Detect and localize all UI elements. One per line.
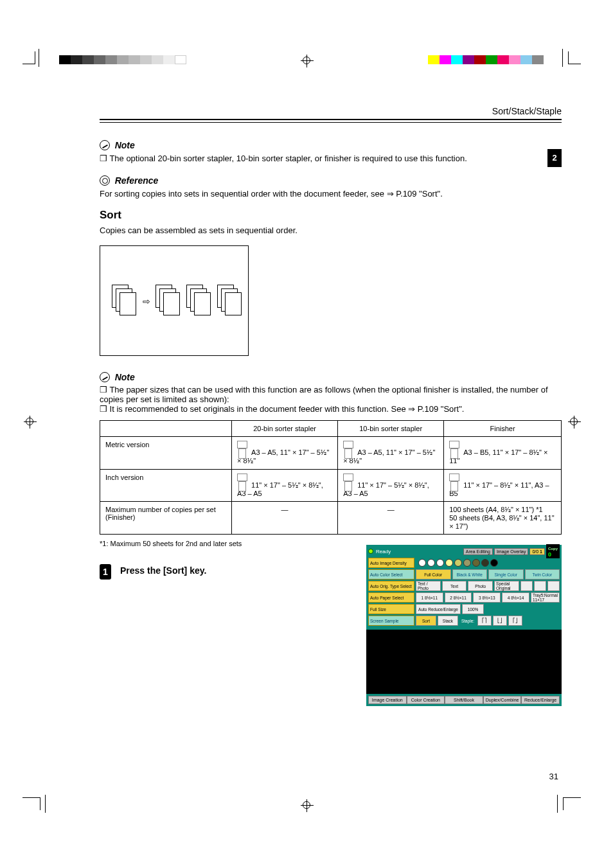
- staple-option-1[interactable]: ⎡⎤: [477, 616, 492, 626]
- tray-2-button[interactable]: 2 8½×11: [445, 592, 472, 603]
- auto-image-density-button[interactable]: Auto Image Density: [368, 558, 414, 568]
- tray-4-button[interactable]: 4 8½×14: [502, 592, 529, 603]
- ready-label: Ready: [376, 549, 462, 554]
- note-block-2: Note ❒ The paper sizes that can be used …: [100, 370, 562, 414]
- section-desc: Copies can be assembled as sets in seque…: [100, 226, 562, 235]
- reference-label: Reference: [115, 175, 159, 186]
- copy-count: Copy0: [546, 544, 560, 558]
- preview-area: [366, 630, 562, 694]
- reference-block: Reference For sorting copies into sets i…: [100, 173, 562, 200]
- shift-book-tab[interactable]: Shift/Book: [445, 696, 483, 704]
- orientation-icon: [343, 474, 353, 488]
- reference-icon: [100, 175, 110, 186]
- section-title: Sort: [100, 209, 562, 222]
- auto-paper-select-button[interactable]: Auto Paper Select: [368, 592, 414, 603]
- reduce-enlarge-tab[interactable]: Reduce/Enlarge: [521, 696, 560, 704]
- auto-color-select-button[interactable]: Auto Color Select: [368, 569, 414, 580]
- row-label: Inch version: [100, 470, 232, 502]
- table-cell: A3 – A5, 11" × 17" – 5¹⁄₂" × 8¹⁄₂": [232, 437, 338, 470]
- area-editing-button[interactable]: Area Editing: [463, 548, 493, 555]
- tray-5-button[interactable]: Tray5:Normal 11×17: [531, 592, 560, 603]
- text-button[interactable]: Text: [442, 581, 467, 591]
- full-size-button[interactable]: Full Size: [368, 604, 414, 614]
- density-scale[interactable]: [416, 558, 501, 568]
- screen-sample-button[interactable]: Screen Sample: [368, 616, 414, 626]
- staple-option-2[interactable]: ⎣⎦: [493, 616, 507, 626]
- step-number-1: 1: [100, 564, 111, 580]
- step-text-1: Press the [Sort] key.: [120, 564, 357, 576]
- note-icon: [100, 372, 110, 382]
- table-cell: 11" × 17" – 8¹⁄₂" × 11", A3 – B5: [444, 470, 562, 502]
- note-text: ❒ The optional 20-bin sorter stapler, 10…: [100, 153, 562, 164]
- tray-3-button[interactable]: 3 8½×13: [473, 592, 501, 603]
- table-cell: —: [338, 502, 444, 535]
- note-label: Note: [115, 140, 135, 150]
- sort-diagram: ⇨: [100, 245, 249, 356]
- row-label: Metric version: [100, 437, 232, 470]
- duplex-combine-tab[interactable]: Duplex/Combine: [483, 696, 522, 704]
- photo-button[interactable]: Photo: [468, 581, 493, 591]
- table-cell: A3 – B5, 11" × 17" – 8¹⁄₂" × 11": [444, 437, 562, 470]
- table-head-1: 20-bin sorter stapler: [232, 421, 338, 437]
- special-original-button[interactable]: Special Original: [494, 581, 519, 591]
- orientation-icon: [449, 441, 459, 455]
- stack-button[interactable]: Stack: [438, 616, 458, 626]
- image-creation-tab[interactable]: Image Creation: [368, 696, 407, 704]
- auto-orig-type-button[interactable]: Auto Orig. Type Select: [368, 581, 414, 591]
- table-cell: 11" × 17" – 5¹⁄₂" × 8¹⁄₂", A3 – A5: [338, 470, 444, 502]
- note-block: Note ❒ The optional 20-bin sorter staple…: [100, 138, 562, 164]
- table-head-3: Finisher: [444, 421, 562, 437]
- reference-text: For sorting copies into sets in sequenti…: [100, 188, 562, 200]
- counter-display: 0/0 1: [529, 548, 545, 555]
- color-calibration-bar: [428, 55, 544, 64]
- paper-size-table: 20-bin sorter stapler 10-bin sorter stap…: [100, 420, 562, 535]
- orientation-icon: [449, 474, 459, 488]
- black-white-button[interactable]: Black & White: [452, 569, 488, 580]
- orientation-icon: [237, 441, 247, 455]
- density-dark-icon[interactable]: [547, 581, 560, 591]
- tray-1-button[interactable]: 1 8½×11: [416, 592, 443, 603]
- auto-reduce-enlarge-button[interactable]: Auto Reduce/Enlarge: [416, 604, 461, 614]
- note-label-2: Note: [115, 372, 135, 382]
- density-mid-icon[interactable]: [534, 581, 546, 591]
- note-text-2: ❒ The paper sizes that can be used with …: [100, 385, 562, 414]
- table-cell: —: [232, 502, 338, 535]
- image-overlay-button[interactable]: Image Overlay: [494, 548, 529, 555]
- grayscale-calibration-bar: [59, 55, 186, 64]
- table-cell: A3 – A5, 11" × 17" – 5¹⁄₂" × 8¹⁄₂": [338, 437, 444, 470]
- ready-indicator-icon: [368, 549, 373, 554]
- table-head-empty: [100, 421, 232, 437]
- zoom-display: 100%: [462, 604, 484, 614]
- table-row: Metric version A3 – A5, 11" × 17" – 5¹⁄₂…: [100, 437, 562, 470]
- row-label: Maximum number of copies per set (Finish…: [100, 502, 232, 535]
- single-color-button[interactable]: Single Color: [488, 569, 524, 580]
- staple-option-3[interactable]: ⎡⎦: [508, 616, 522, 626]
- table-row: Inch version 11" × 17" – 5¹⁄₂" × 8¹⁄₂", …: [100, 470, 562, 502]
- note-icon: [100, 140, 110, 150]
- table-head-2: 10-bin sorter stapler: [338, 421, 444, 437]
- full-color-button[interactable]: Full Color: [416, 569, 451, 580]
- copier-control-panel[interactable]: Ready Area Editing Image Overlay 0/0 1 C…: [366, 545, 562, 706]
- table-cell: 11" × 17" – 5¹⁄₂" × 8¹⁄₂", A3 – A5: [232, 470, 338, 502]
- table-cell: 100 sheets (A4, 8¹⁄₂" × 11") *1 50 sheet…: [444, 502, 562, 535]
- page-number: 31: [549, 772, 558, 781]
- color-creation-tab[interactable]: Color Creation: [407, 696, 445, 704]
- text-photo-button[interactable]: Text / Photo: [416, 581, 441, 591]
- staple-label: Staple:: [459, 616, 476, 626]
- page-header: Sort/Stack/Staple: [100, 106, 562, 119]
- orientation-icon: [343, 441, 353, 455]
- sort-button[interactable]: Sort: [416, 616, 436, 626]
- section-tab: 2: [547, 149, 562, 167]
- table-row: Maximum number of copies per set (Finish…: [100, 502, 562, 535]
- twin-color-button[interactable]: Twin Color: [525, 569, 560, 580]
- orientation-icon: [237, 474, 247, 488]
- density-light-icon[interactable]: [520, 581, 533, 591]
